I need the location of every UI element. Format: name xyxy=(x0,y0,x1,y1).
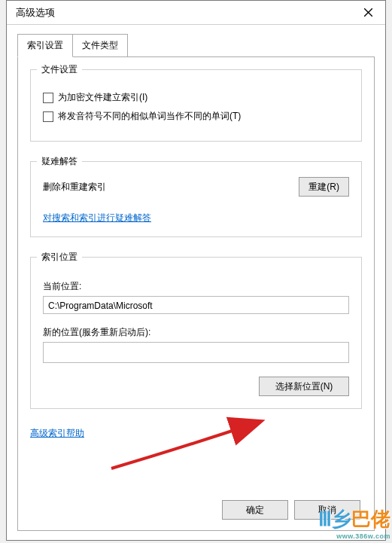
diacritic-checkbox[interactable] xyxy=(43,111,53,122)
troubleshoot-link[interactable]: 对搜索和索引进行疑难解答 xyxy=(43,212,151,223)
close-icon xyxy=(364,8,372,17)
encrypt-index-checkbox[interactable] xyxy=(43,93,53,103)
dialog-button-bar: 确定 取消 xyxy=(222,500,360,520)
current-location-label: 当前位置: xyxy=(43,280,349,293)
rebuild-button[interactable]: 重建(R) xyxy=(299,177,349,197)
tab-index-settings[interactable]: 索引设置 xyxy=(17,34,73,57)
ok-button[interactable]: 确定 xyxy=(222,500,288,520)
troubleshoot-legend: 疑难解答 xyxy=(37,155,82,168)
dialog-title: 高级选项 xyxy=(16,6,55,20)
help-link-row: 高级索引帮助 xyxy=(30,427,362,440)
encrypt-index-label: 为加密文件建立索引(I) xyxy=(58,91,147,104)
new-location-label: 新的位置(服务重新启动后): xyxy=(43,326,349,339)
dialog-body: 索引设置 文件类型 文件设置 为加密文件建立索引(I) 将发音符号不同的相似单词… xyxy=(7,25,385,540)
rebuild-row: 删除和重建索引 重建(R) xyxy=(43,177,349,197)
index-location-legend: 索引位置 xyxy=(37,251,82,264)
current-location-path: C:\ProgramData\Microsoft xyxy=(43,296,349,314)
select-new-location-button[interactable]: 选择新位置(N) xyxy=(259,377,349,396)
select-location-row: 选择新位置(N) xyxy=(43,377,349,396)
close-button[interactable] xyxy=(351,1,385,24)
troubleshoot-link-row: 对搜索和索引进行疑难解答 xyxy=(43,212,349,224)
tab-file-types[interactable]: 文件类型 xyxy=(72,34,128,57)
cancel-button[interactable]: 取消 xyxy=(294,500,360,520)
advanced-index-help-link[interactable]: 高级索引帮助 xyxy=(30,428,84,438)
index-location-group: 索引位置 当前位置: C:\ProgramData\Microsoft 新的位置… xyxy=(30,257,362,409)
diacritic-row: 将发音符号不同的相似单词当作不同的单词(T) xyxy=(43,110,349,123)
file-settings-group: 文件设置 为加密文件建立索引(I) 将发音符号不同的相似单词当作不同的单词(T) xyxy=(30,69,362,142)
encrypt-index-row: 为加密文件建立索引(I) xyxy=(43,91,349,104)
advanced-options-dialog: 高级选项 索引设置 文件类型 文件设置 为加密文件建立索引(I) 将发音符 xyxy=(6,0,386,541)
tab-strip: 索引设置 文件类型 xyxy=(17,34,375,57)
titlebar: 高级选项 xyxy=(7,1,385,25)
tab-panel: 文件设置 为加密文件建立索引(I) 将发音符号不同的相似单词当作不同的单词(T)… xyxy=(17,56,375,531)
new-location-input[interactable] xyxy=(43,342,349,363)
troubleshoot-group: 疑难解答 删除和重建索引 重建(R) 对搜索和索引进行疑难解答 xyxy=(30,161,362,237)
diacritic-label: 将发音符号不同的相似单词当作不同的单词(T) xyxy=(58,110,241,123)
file-settings-legend: 文件设置 xyxy=(37,63,82,76)
delete-rebuild-label: 删除和重建索引 xyxy=(43,181,106,194)
